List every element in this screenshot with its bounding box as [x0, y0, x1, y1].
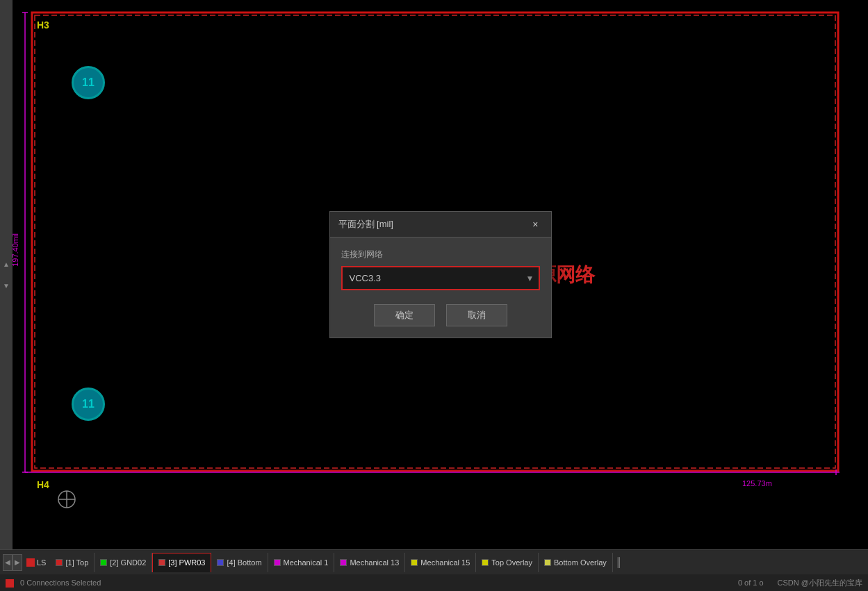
modal-dialog: 平面分割 [mil] × 连接到网络 VCC3.3 GND VCC5 ▼ 确定 … [329, 211, 552, 338]
layer-label-2: [2] GND02 [110, 558, 146, 567]
status-red-indicator [6, 579, 14, 588]
layer-color-3 [158, 559, 165, 566]
modal-title: 平面分割 [mil] [338, 218, 393, 231]
layer-label-mech13: Mechanical 13 [350, 558, 399, 567]
layer-color-mech1 [274, 559, 281, 566]
status-right-group: 0 of 1 o CSDN @小阳先生的宝库 [738, 578, 862, 588]
modal-body: 连接到网络 VCC3.3 GND VCC5 ▼ 确定 取消 [330, 238, 551, 338]
layer-scroll-indicator: ║ [613, 557, 625, 567]
layer-tab-3[interactable]: [3] PWR03 [152, 553, 211, 572]
left-sidebar: ▲ ▼ [0, 0, 13, 549]
layer-label-3: [3] PWR03 [168, 558, 205, 567]
layer-tabs: ◀ ▶ LS [1] Top [2] GND02 [3] PWR03 [4] B… [0, 550, 868, 574]
layer-color-topover [482, 559, 489, 566]
modal-buttons: 确定 取消 [341, 304, 540, 326]
layer-label-4: [4] Bottom [227, 558, 261, 567]
layer-tab-1[interactable]: [1] Top [50, 553, 95, 572]
net-select[interactable]: VCC3.3 GND VCC5 [341, 266, 540, 290]
layer-scroll-right[interactable]: ▶ [13, 554, 22, 571]
pcb-canvas: 197.40mil 125.73m H3 11 H4 11 第3层设置成3.3v… [13, 0, 868, 549]
modal-close-button[interactable]: × [528, 217, 542, 231]
layer-label-topover: Top Overlay [491, 558, 532, 567]
cancel-button[interactable]: 取消 [446, 304, 507, 326]
layer-color-4 [217, 559, 224, 566]
layer-tab-ls[interactable]: LS [22, 558, 50, 567]
connections-selected: 0 Connections Selected [6, 578, 101, 588]
layer-color-ls [26, 558, 35, 567]
layer-tab-mech15[interactable]: Mechanical 15 [405, 553, 476, 572]
connections-label: 0 Connections Selected [20, 578, 101, 587]
count-label: 0 of 1 o [738, 578, 764, 587]
layer-tab-mech1[interactable]: Mechanical 1 [268, 553, 335, 572]
sidebar-arrow-down[interactable]: ▼ [3, 282, 10, 290]
layer-scroll-left[interactable]: ◀ [3, 554, 13, 571]
sidebar-arrow-up[interactable]: ▲ [3, 260, 10, 268]
layer-color-2 [100, 559, 107, 566]
layer-tab-mech13[interactable]: Mechanical 13 [334, 553, 405, 572]
layer-color-mech13 [340, 559, 347, 566]
layer-color-botover [544, 559, 551, 566]
confirm-button[interactable]: 确定 [374, 304, 435, 326]
layer-color-mech15 [411, 559, 418, 566]
status-bar: ◀ ▶ LS [1] Top [2] GND02 [3] PWR03 [4] B… [0, 549, 868, 591]
layer-tab-botover[interactable]: Bottom Overlay [539, 553, 613, 572]
layer-tab-4[interactable]: [4] Bottom [211, 553, 268, 572]
layer-label-mech1: Mechanical 1 [284, 558, 329, 567]
layer-color-1 [56, 559, 63, 566]
layer-label-botover: Bottom Overlay [554, 558, 607, 567]
layer-label-mech15: Mechanical 15 [420, 558, 470, 567]
status-row: 0 Connections Selected 0 of 1 o CSDN @小阳… [0, 574, 868, 591]
net-label: 连接到网络 [341, 249, 540, 260]
net-select-container: VCC3.3 GND VCC5 ▼ [341, 266, 540, 290]
layer-tab-2[interactable]: [2] GND02 [95, 553, 152, 572]
layer-tab-topover[interactable]: Top Overlay [476, 553, 539, 572]
modal-overlay: 平面分割 [mil] × 连接到网络 VCC3.3 GND VCC5 ▼ 确定 … [13, 0, 868, 549]
layer-label-1: [1] Top [65, 558, 88, 567]
watermark: CSDN @小阳先生的宝库 [778, 578, 862, 588]
modal-titlebar: 平面分割 [mil] × [330, 212, 551, 238]
layer-label-ls: LS [37, 558, 46, 567]
